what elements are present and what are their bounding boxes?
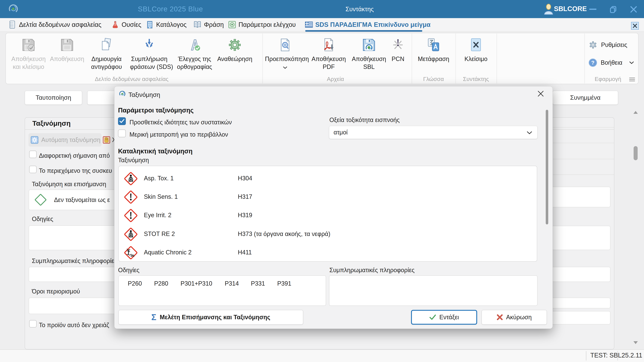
ok-button[interactable]: Εντάξει (411, 310, 477, 325)
save-pdf-button[interactable]: ΑποθήκευσηPDF (308, 36, 349, 71)
right-field-box[interactable] (548, 311, 610, 325)
p-code[interactable]: P391 (277, 280, 291, 287)
ghs07-exclamation-pictogram (124, 209, 138, 223)
help-button[interactable]: ? Βοήθεια (589, 58, 634, 67)
right-field-box[interactable] (548, 298, 610, 308)
supplementary-label: Συμπληρωματικές πληροφορίε (32, 257, 114, 265)
close-tab-button[interactable] (631, 22, 639, 30)
help-icon: ? (589, 58, 597, 67)
tab-active-sds-document[interactable]: SDS ΠΑΡΑΔΕΙΓΜΑ Επικίνδυνο μείγμα (305, 18, 430, 31)
cancel-button[interactable]: Ακύρωση (482, 310, 547, 325)
package-content-checkbox[interactable] (29, 166, 36, 173)
product-no-need-checkbox[interactable] (29, 320, 36, 328)
right-field-box[interactable] (548, 226, 610, 250)
button-label: Μετάφραση (412, 55, 454, 63)
review-gear-icon (227, 37, 242, 53)
p-code[interactable]: P314 (225, 280, 239, 287)
gear-icon (589, 40, 598, 49)
check-icon (120, 119, 124, 123)
help-label: Βοήθεια (601, 59, 622, 66)
book-icon (193, 20, 202, 29)
settings-button[interactable]: Ρυθμίσεις (589, 40, 627, 49)
tab-substances[interactable]: Ουσίες (111, 18, 142, 31)
p-code[interactable]: P331 (251, 280, 265, 287)
sds-list-icon (8, 20, 16, 29)
tab-control-parameters[interactable]: Παράμετροι ελέγχου (228, 18, 296, 31)
final-classification-header: Καταληκτική ταξινόμηση (118, 148, 192, 155)
tab-phrase[interactable]: Φράση (193, 18, 224, 31)
save-sbl-button[interactable]: ΑποθήκευσηSBL (349, 36, 389, 71)
close-editor-button[interactable]: Κλείσιμο (455, 36, 497, 63)
attachments-section-button[interactable]: Συνημμένα (552, 91, 618, 105)
acute-toxicity-label: Οξεία τοξικότητα εισπνοής (330, 116, 400, 123)
button-label: ορθογραφίας (175, 63, 214, 71)
preview-icon (278, 37, 293, 53)
p-code[interactable]: P280 (154, 280, 168, 287)
restriction-input[interactable] (29, 298, 122, 314)
p-code[interactable]: P301+P310 (180, 280, 212, 287)
button-label: αντιγράφου (87, 63, 126, 71)
scroll-up-arrow[interactable] (634, 111, 638, 114)
classification-row[interactable]: Skin Sens. 1 H317 (119, 188, 537, 206)
row-separator (552, 174, 614, 175)
dialog-title: Ταξινόμηση (128, 91, 160, 98)
tab-catalog[interactable]: Κατάλογος (146, 18, 186, 31)
translate-icon (426, 37, 441, 53)
classification-labeling-label: Ταξινόμηση και επισήμανση (32, 181, 106, 188)
status-bar (0, 350, 644, 362)
acute-toxicity-dropdown[interactable]: ατμοί (329, 126, 538, 139)
supplementary-input[interactable] (29, 267, 122, 282)
group-options-icon[interactable] (629, 77, 635, 82)
preview-button[interactable]: Προεπισκόπηση (265, 36, 305, 71)
fill-phrases-button[interactable]: Συμπλήρωσηφράσεων (SDS) (130, 36, 168, 71)
classification-row[interactable]: STOT RE 2 H373 (τα όργανα ακοής, τα νεφρ… (119, 225, 537, 244)
dialog-instructions-label: Οδηγίες (118, 267, 139, 274)
close-icon (632, 23, 638, 28)
dialog-scrollbar-thumb[interactable] (546, 110, 548, 224)
checkbox-label: Το περιεχόμενο της συσκευ (39, 167, 112, 174)
p-code[interactable]: P260 (128, 280, 142, 287)
classification-row[interactable]: Aquatic Chronic 2 H411 (119, 244, 537, 262)
classification-row[interactable]: Eye Irrit. 2 H319 (119, 206, 537, 225)
minimize-icon[interactable] (589, 8, 597, 10)
spellcheck-button[interactable]: Έλεγχος τηςορθογραφίας (175, 36, 214, 71)
hazard-class: Eye Irrit. 2 (144, 212, 172, 219)
classification-list-label: Ταξινόμηση (118, 157, 149, 164)
button-label: SBL (349, 63, 389, 71)
additive-properties-checkbox[interactable] (118, 117, 126, 125)
close-window-icon[interactable] (630, 6, 637, 13)
dialog-close-icon[interactable] (537, 90, 544, 97)
scroll-down-arrow[interactable] (634, 341, 638, 344)
tab-safety-data-sheets[interactable]: Δελτία δεδομένων ασφαλείας (8, 18, 101, 31)
instructions-input[interactable] (29, 225, 122, 250)
scrollbar-thumb[interactable] (634, 146, 638, 160)
translate-button[interactable]: Μετάφραση (412, 36, 454, 63)
right-field-box[interactable] (548, 267, 610, 282)
create-copy-button[interactable]: Δημιουργίααντιγράφου (87, 36, 126, 71)
user-account-label[interactable]: SBLCORE (554, 5, 587, 12)
checkbox-label: Διαφορετική σήμανση από (39, 152, 110, 159)
pcn-button[interactable]: PCN (386, 36, 410, 63)
save-icon (59, 37, 75, 53)
supplementary-info-input[interactable] (329, 275, 538, 306)
identification-section-button[interactable]: Ταυτοποίηση (25, 91, 82, 105)
button-label: Αναθεώρηση (216, 55, 254, 63)
checkbox-label: Προσθετικές ιδιότητες των συστατικών (130, 119, 232, 126)
button-label: φράσεων (SDS) (130, 63, 168, 71)
pcn-burst-icon (390, 37, 406, 53)
status-separator (618, 351, 618, 361)
button-label: Έλεγχος της (175, 55, 214, 63)
ribbon-group-label: Εφαρμογή (584, 76, 632, 82)
button-label: Μελέτη Επισήμανσης και Ταξινόμησης (160, 314, 270, 321)
labeling-study-button[interactable]: Σ Μελέτη Επισήμανσης και Ταξινόμησης (118, 310, 303, 325)
button-label: Ταυτοποίηση (36, 94, 71, 101)
classification-row[interactable]: Asp. Tox. 1 H304 (119, 169, 537, 188)
row-separator (552, 143, 614, 143)
restore-window-icon[interactable] (610, 6, 617, 13)
review-button[interactable]: Αναθεώρηση (216, 36, 254, 63)
partial-env-checkbox[interactable] (118, 130, 126, 137)
button-label: Συνημμένα (570, 94, 600, 101)
button-label: Αποθήκευση (308, 55, 349, 63)
tab-label: Ουσίες (122, 21, 142, 28)
different-labeling-checkbox[interactable] (29, 151, 36, 158)
